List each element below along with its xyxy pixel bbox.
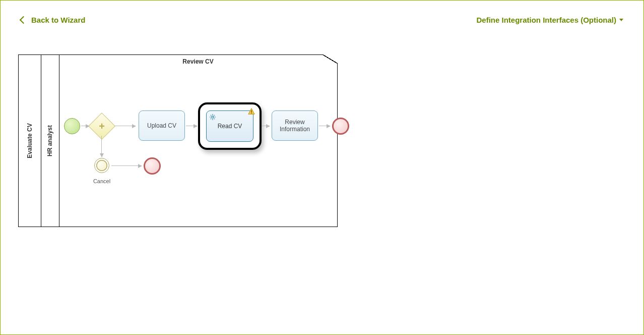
svg-point-0 [212, 116, 214, 118]
header-bar: Back to Wizard Define Integration Interf… [1, 16, 643, 24]
app-frame: Back to Wizard Define Integration Interf… [0, 0, 644, 335]
plus-icon: + [99, 121, 105, 131]
svg-rect-2 [251, 113, 251, 114]
chevron-left-icon [20, 16, 28, 24]
pool-label-text: Evaluate CV [26, 123, 33, 158]
define-interfaces-dropdown[interactable]: Define Integration Interfaces (Optional) [476, 16, 623, 24]
svg-rect-1 [251, 110, 251, 112]
service-task-icon [209, 113, 217, 121]
task-upload-label: Upload CV [147, 122, 176, 129]
flow-cancel-to-terminate [111, 165, 142, 166]
back-to-wizard-link[interactable]: Back to Wizard [21, 16, 85, 24]
right-link-label: Define Integration Interfaces (Optional) [476, 16, 616, 24]
end-event[interactable] [332, 118, 349, 135]
lane-body: Review CV + Upload CV [59, 55, 337, 227]
caret-down-icon [619, 19, 623, 21]
cancel-event[interactable] [94, 158, 109, 173]
bpmn-canvas[interactable]: Evaluate CV HR analyst Review CV + Uploa… [18, 54, 338, 227]
lane-label[interactable]: HR analyst [41, 55, 59, 227]
flow-gateway-to-upload [114, 126, 136, 126]
lane-title: Review CV [59, 58, 337, 65]
warning-icon [248, 108, 255, 115]
flow-review-to-end [319, 126, 330, 126]
task-read-cv-selection[interactable]: Read CV [198, 102, 262, 150]
task-review-information[interactable]: Review Information [272, 110, 318, 141]
pool-label[interactable]: Evaluate CV [19, 55, 41, 227]
task-review-label: Review Information [274, 119, 315, 133]
task-read-label: Read CV [218, 123, 242, 130]
back-link-label: Back to Wizard [31, 16, 85, 24]
flow-upload-to-read [186, 126, 197, 126]
lane-label-text: HR analyst [46, 125, 53, 156]
task-read-cv[interactable]: Read CV [206, 110, 253, 142]
start-event[interactable] [64, 118, 80, 134]
flow-read-to-review [262, 126, 270, 126]
flow-gateway-to-cancel [101, 136, 102, 157]
terminate-end-event[interactable] [144, 157, 161, 175]
task-upload-cv[interactable]: Upload CV [139, 110, 185, 141]
cancel-event-label: Cancel [89, 178, 114, 184]
